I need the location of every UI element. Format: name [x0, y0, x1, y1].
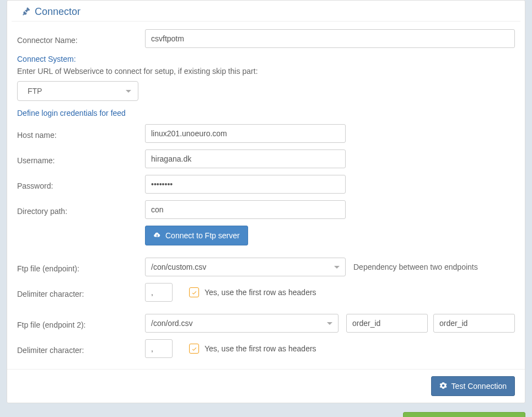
endpoint2-label: Ftp file (endpoint 2): [17, 317, 145, 329]
panel-title: Connector [35, 6, 80, 18]
define-login-label: Define login credentials for feed [17, 109, 515, 117]
protocol-value: FTP [28, 87, 42, 95]
connect-ftp-label: Connect to Ftp server [165, 231, 240, 240]
save-continue-button[interactable]: Save and Continue Mapping [403, 412, 525, 417]
username-input[interactable] [145, 149, 346, 168]
protocol-select[interactable]: FTP [17, 81, 138, 101]
row-delimiter2: Delimiter character: Yes, use the first … [17, 339, 515, 358]
headers-checkbox-2-label: Yes, use the first row as headers [205, 344, 316, 353]
headers-checkbox-2[interactable] [189, 344, 199, 354]
headers-checkbox-1[interactable] [189, 287, 199, 297]
setup-hint: Enter URL of Webserivce to connect for s… [17, 67, 515, 76]
endpoint2-select[interactable]: /con/ord.csv [145, 314, 338, 333]
row-endpoint1: Ftp file (endpoint): /con/custom.csv Dep… [17, 258, 515, 276]
chevron-down-icon [334, 266, 340, 269]
connector-name-label: Connector Name: [17, 33, 145, 45]
check-icon [191, 290, 197, 296]
password-input[interactable] [145, 175, 346, 194]
hostname-label: Host name: [17, 127, 145, 140]
row-password: Password: [17, 175, 515, 194]
endpoint1-value: /con/custom.csv [151, 263, 206, 271]
panel-footer: Test Connection [7, 369, 525, 403]
password-label: Password: [17, 178, 145, 190]
row-endpoint2: Ftp file (endpoint 2): /con/ord.csv [17, 314, 515, 333]
dirpath-input[interactable] [145, 200, 346, 219]
row-username: Username: [17, 149, 515, 168]
test-connection-label: Test Connection [452, 382, 507, 391]
panel-body: Connector Name: Connect System: Enter UR… [7, 22, 525, 369]
dependency-inputs [346, 314, 515, 333]
dependency-label: Dependency between two endpoints [353, 263, 478, 271]
delimiter1-label: Delimiter character: [17, 286, 145, 298]
delimiter2-input[interactable] [145, 339, 173, 358]
delimiter2-label: Delimiter character: [17, 343, 145, 355]
row-delimiter1: Delimiter character: Yes, use the first … [17, 283, 515, 302]
endpoint1-select[interactable]: /con/custom.csv [145, 258, 346, 276]
hostname-input[interactable] [145, 124, 346, 143]
gear-icon [439, 382, 447, 391]
endpoint2-value: /con/ord.csv [151, 319, 192, 328]
row-connector-name: Connector Name: [17, 29, 515, 48]
row-hostname: Host name: [17, 124, 515, 143]
connector-panel: Connector Connector Name: Connect System… [7, 0, 525, 403]
username-label: Username: [17, 153, 145, 165]
endpoint1-label: Ftp file (endpoint): [17, 261, 145, 273]
delimiter1-input[interactable] [145, 283, 173, 302]
check-icon [191, 346, 197, 352]
connect-ftp-button[interactable]: Connect to Ftp server [145, 226, 248, 245]
dep-field-1-input[interactable] [346, 314, 428, 333]
row-connect-ftp: Connect to Ftp server [17, 226, 515, 245]
row-dirpath: Directory path: [17, 200, 515, 219]
page-footer: Save and Continue Mapping [7, 403, 525, 417]
test-connection-button[interactable]: Test Connection [431, 376, 515, 396]
chevron-down-icon [327, 322, 332, 325]
plug-icon [22, 7, 30, 17]
dirpath-label: Directory path: [17, 204, 145, 216]
cloud-download-icon [153, 231, 161, 240]
dep-field-2-input[interactable] [433, 314, 515, 333]
connect-system-label: Connect System: [17, 55, 515, 63]
headers-checkbox-1-label: Yes, use the first row as headers [205, 288, 316, 297]
panel-header: Connector [12, 1, 520, 22]
connector-name-input[interactable] [145, 29, 515, 48]
chevron-down-icon [126, 90, 131, 93]
